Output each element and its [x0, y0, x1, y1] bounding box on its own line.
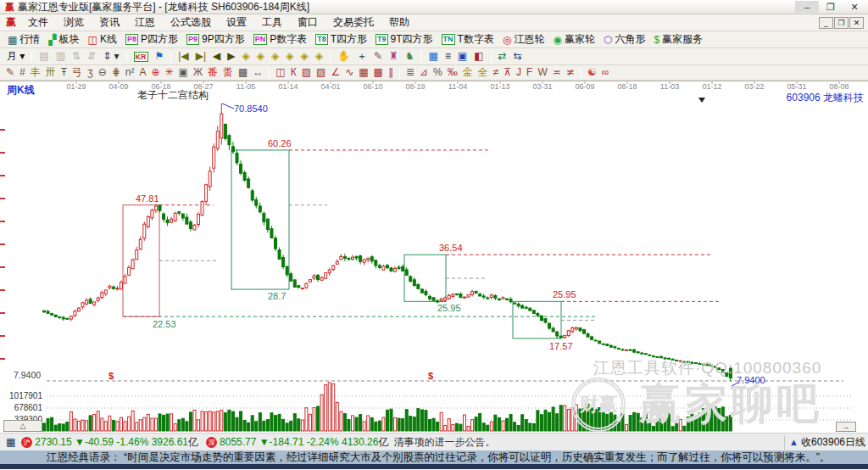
sz-index-icon[interactable]: 深 [206, 437, 217, 448]
draw-tool-icon[interactable]: 金 [460, 65, 476, 80]
draw-tool-icon[interactable]: J [514, 65, 524, 80]
draw-tool-icon[interactable]: n² [123, 65, 137, 80]
infinity-icon[interactable]: ∞ [599, 65, 612, 80]
restore-button[interactable]: ❐ [819, 1, 843, 13]
draw-tool-icon[interactable]: ▣ [176, 65, 191, 80]
net-send-icon[interactable]: ⇄ [495, 48, 510, 64]
hexagon-button[interactable]: ⬡六角形 [599, 31, 649, 48]
draw-tool-icon[interactable]: ‰ [445, 65, 460, 80]
calendar-icon[interactable]: ▦ [426, 48, 442, 64]
p-number-button[interactable]: PNP数字表 [249, 31, 312, 48]
t-square-button[interactable]: T8T四方形 [311, 31, 371, 48]
calculator-icon[interactable]: ≡ [442, 48, 454, 64]
menu-帮助[interactable]: 帮助 [381, 14, 417, 31]
mdi-close-button[interactable]: ✕ [849, 17, 864, 29]
next-bar-icon[interactable]: ▶ [224, 48, 238, 64]
draw-tool-icon[interactable]: ≍ [550, 65, 564, 80]
kline-chart-area[interactable]: 01-2904-0906-1808-2711-0501-1404-0106-10… [0, 81, 868, 433]
draw-tool-icon[interactable]: 畨 [220, 65, 236, 80]
kr-box-icon[interactable]: KR [131, 48, 152, 64]
draw-tool-icon[interactable]: 全 [476, 65, 491, 80]
winner-service-button[interactable]: $赢家服务 [649, 31, 707, 48]
sh-index-icon[interactable]: 沪 [21, 437, 32, 448]
draw-tool-icon[interactable]: ⊖ [96, 65, 109, 80]
draw-tool-icon[interactable]: ✎ [3, 65, 17, 80]
draw-tool-icon[interactable]: К [288, 65, 299, 80]
draw-tool-icon[interactable]: ⊼ [501, 65, 514, 80]
kline-status[interactable]: ▲ 收603906日线 [784, 435, 865, 450]
news-ticker[interactable]: 清事项的进一步公告。 [393, 435, 784, 450]
gann-diamond-4-icon[interactable]: ◈ [282, 48, 297, 64]
draw-tool-icon[interactable]: ▧ [314, 65, 328, 80]
last-bar-icon[interactable]: ▶| [192, 48, 209, 64]
gann-diamond-1-icon[interactable]: ◈ [239, 48, 253, 64]
scroll-right-button[interactable]: → [836, 422, 856, 432]
quotes-button[interactable]: ▦行情 [3, 31, 44, 48]
first-bar-icon[interactable]: |◀ [175, 48, 192, 64]
menu-窗口[interactable]: 窗口 [290, 14, 326, 31]
draw-tool-icon[interactable]: ∿ [342, 65, 356, 80]
draw-tool-icon[interactable]: ⊿ [417, 65, 431, 80]
sort-up-icon[interactable]: ⇅ [69, 48, 84, 64]
prev-bar-icon[interactable]: ◀ [209, 48, 224, 64]
mdi-restore-button[interactable]: ❐ [834, 17, 849, 29]
t9-square-button[interactable]: T99T四方形 [371, 31, 437, 48]
period-month-button[interactable]: 月 ▾ [3, 48, 28, 64]
menu-公式选股[interactable]: 公式选股 [163, 14, 219, 31]
p-square-button[interactable]: P8P四方形 [121, 31, 182, 48]
gann-diamond-6-icon[interactable]: ◈ [312, 48, 326, 64]
menu-文件[interactable]: 文件 [20, 14, 56, 31]
draw-tool-icon[interactable]: ≭ [564, 65, 577, 80]
draw-pen-icon[interactable]: ✎ [370, 48, 386, 64]
expand-panel-button[interactable]: △ [3, 420, 42, 432]
draw-tool-icon[interactable]: ▩ [371, 65, 386, 80]
yinyang-icon[interactable]: ☯ [585, 65, 599, 80]
stamp-a-icon[interactable]: ♜ [386, 48, 402, 64]
draw-tool-icon[interactable]: ◫ [273, 65, 287, 80]
sort-down-icon[interactable]: ⇵ [84, 48, 99, 64]
winner-wheel-button[interactable]: ◉赢家轮 [548, 31, 598, 48]
disk-icon[interactable]: ◧ [470, 48, 487, 64]
menu-交易委托[interactable]: 交易委托 [326, 14, 381, 31]
gann-wheel-button[interactable]: ◎江恩轮 [498, 31, 548, 48]
draw-tool-icon[interactable]: 弓 [70, 65, 85, 80]
draw-tool-icon[interactable]: ▩ [236, 65, 250, 80]
draw-tool-icon[interactable]: ʒ [85, 65, 96, 80]
draw-tool-icon[interactable]: ⋕ [109, 65, 123, 80]
scale-button[interactable]: ⇕ ▾ [99, 48, 122, 64]
draw-tool-icon[interactable]: ↔ [250, 65, 265, 80]
draw-tool-icon[interactable]: Ŧ [58, 65, 70, 80]
stamp-b-icon[interactable]: ♞ [402, 48, 418, 64]
draw-tool-icon[interactable]: ▦ [356, 65, 370, 80]
kline-button[interactable]: ◫K线 [84, 31, 121, 48]
mdi-minimize-button[interactable]: _ [819, 17, 833, 29]
menu-浏览[interactable]: 浏览 [56, 14, 92, 31]
t-number-button[interactable]: TNT数字表 [437, 31, 498, 48]
chart-mode-icon[interactable]: ▤ [36, 48, 52, 64]
gann-diamond-2-icon[interactable]: ◈ [253, 48, 268, 64]
draw-tool-icon[interactable]: Ж [191, 65, 205, 80]
report-icon[interactable]: ▥ [53, 48, 69, 64]
menu-资讯[interactable]: 资讯 [92, 14, 127, 31]
menu-工具[interactable]: 工具 [254, 14, 290, 31]
menu-江恩[interactable]: 江恩 [127, 14, 163, 31]
sz-index-quote[interactable]: 8055.77 ▼-184.71 -2.24% 4130.26 [220, 436, 378, 448]
draw-tool-icon[interactable]: ≠ [491, 65, 502, 80]
draw-tool-icon[interactable]: 丰 [28, 65, 43, 80]
draw-tool-icon[interactable]: 番 [205, 65, 220, 80]
draw-tool-icon[interactable]: W [535, 65, 549, 80]
draw-tool-icon[interactable]: F [524, 65, 535, 80]
net-recv-icon[interactable]: ⇆ [510, 48, 526, 64]
gann-diamond-3-icon[interactable]: ◈ [268, 48, 282, 64]
draw-tool-icon[interactable]: ▨ [299, 65, 314, 80]
flag-icon[interactable]: ⚑ [152, 48, 168, 64]
draw-tool-icon[interactable]: ⊕ [148, 65, 162, 80]
gann-diamond-5-icon[interactable]: ◈ [297, 48, 311, 64]
market-grid-icon[interactable]: ▦ [6, 436, 15, 448]
draw-tool-icon[interactable]: ∠ [328, 65, 342, 80]
draw-tool-icon[interactable]: ✳ [163, 65, 176, 80]
save-icon[interactable]: ▣ [454, 48, 470, 64]
menu-设置[interactable]: 设置 [219, 14, 254, 31]
sector-button[interactable]: ▞板块 [44, 31, 83, 48]
p9-square-button[interactable]: P99P四方形 [182, 31, 249, 48]
